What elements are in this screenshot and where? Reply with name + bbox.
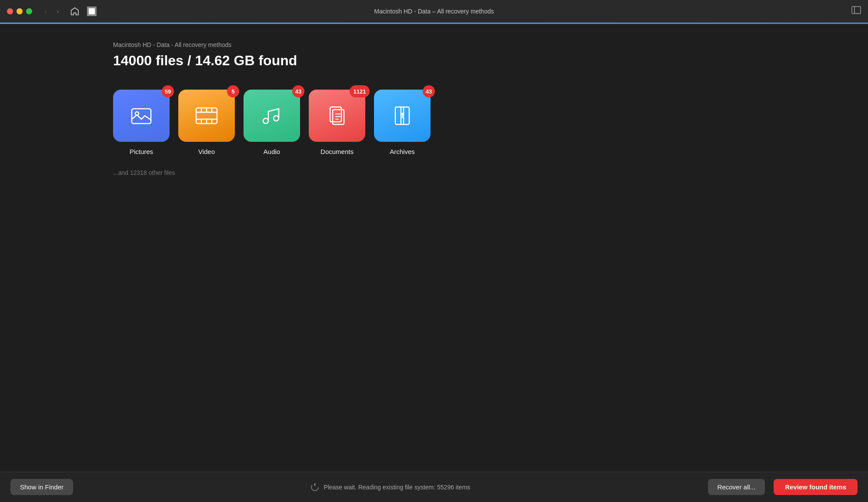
titlebar: ‹ › Macintosh HD - Data – All recovery m… (0, 0, 868, 23)
archives-icon-bg: 43 (374, 90, 431, 142)
sidebar-toggle-button[interactable] (851, 6, 861, 16)
back-arrow[interactable]: ‹ (41, 7, 50, 16)
bottom-bar: Show in Finder Please wait. Reading exis… (0, 472, 868, 502)
archives-card[interactable]: 43 Archives (374, 90, 431, 155)
svg-rect-0 (89, 8, 95, 14)
status-text: Please wait. Reading existing file syste… (324, 484, 470, 491)
archives-badge: 43 (423, 85, 435, 97)
video-badge: 5 (227, 85, 239, 97)
show-in-finder-button[interactable]: Show in Finder (10, 479, 73, 495)
video-icon-bg: 5 (178, 90, 235, 142)
forward-arrow[interactable]: › (53, 7, 63, 16)
traffic-lights (7, 8, 32, 14)
other-files-text: ...and 12318 other files (113, 169, 868, 176)
recover-all-button[interactable]: Recover all... (708, 479, 765, 495)
audio-badge: 43 (292, 85, 304, 97)
pictures-icon (128, 103, 154, 129)
pictures-badge: 59 (162, 85, 174, 97)
documents-icon (324, 103, 350, 129)
page-title: 14000 files / 14.62 GB found (113, 53, 868, 69)
sidebar-icon (851, 6, 861, 14)
breadcrumb: Macintosh HD - Data - All recovery metho… (113, 41, 868, 48)
spinner-icon (310, 483, 319, 492)
audio-card[interactable]: 43 Audio (244, 90, 300, 155)
file-type-cards: 59 Pictures 5 (113, 90, 868, 155)
close-button[interactable] (7, 8, 13, 14)
pictures-card[interactable]: 59 Pictures (113, 90, 170, 155)
minimize-button[interactable] (17, 8, 23, 14)
audio-icon (259, 103, 285, 129)
audio-label: Audio (264, 148, 280, 155)
documents-icon-bg: 1121 (309, 90, 365, 142)
video-label: Video (198, 148, 215, 155)
status-area: Please wait. Reading existing file syste… (82, 483, 699, 492)
stop-icon (89, 8, 95, 14)
video-icon (194, 103, 220, 129)
home-icon (70, 7, 80, 16)
window-title: Macintosh HD - Data – All recovery metho… (374, 8, 494, 15)
maximize-button[interactable] (26, 8, 32, 14)
pictures-label: Pictures (130, 148, 153, 155)
audio-icon-bg: 43 (244, 90, 300, 142)
documents-badge: 1121 (350, 85, 370, 97)
stop-button[interactable] (87, 7, 97, 16)
home-button[interactable] (69, 5, 81, 17)
documents-card[interactable]: 1121 Documents (309, 90, 365, 155)
svg-point-15 (274, 116, 279, 121)
svg-rect-1 (852, 7, 861, 13)
pictures-icon-bg: 59 (113, 90, 170, 142)
main-content: Macintosh HD - Data - All recovery metho… (0, 24, 868, 472)
review-found-items-button[interactable]: Review found items (774, 479, 858, 495)
documents-label: Documents (320, 148, 354, 155)
archives-icon (389, 103, 415, 129)
archives-label: Archives (390, 148, 415, 155)
video-card[interactable]: 5 Video (178, 90, 235, 155)
svg-point-14 (263, 118, 268, 124)
nav-arrows: ‹ › (41, 7, 63, 16)
